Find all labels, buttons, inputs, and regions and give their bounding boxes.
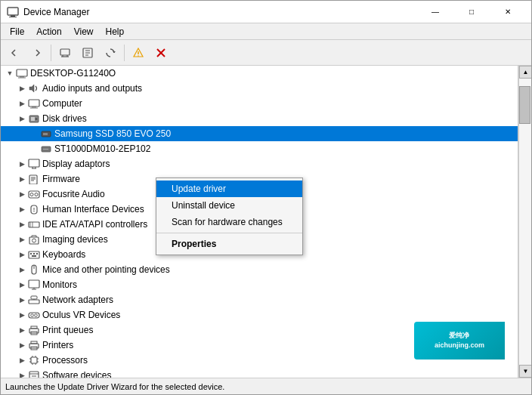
toolbar-forward[interactable]: [26, 42, 48, 63]
scroll-thumb[interactable]: [519, 86, 530, 124]
label-keyboard: Keyboards: [42, 249, 85, 260]
expand-software[interactable]: ▶: [16, 369, 28, 378]
scroll-track[interactable]: [519, 79, 531, 365]
label-processors: Processors: [42, 355, 88, 366]
ctx-item-update[interactable]: Update driver: [156, 181, 302, 197]
svg-rect-57: [29, 300, 39, 304]
toolbar-update[interactable]: [100, 42, 121, 63]
expand-samsung: [28, 128, 40, 140]
expand-oculus[interactable]: ▶: [16, 309, 28, 321]
toolbar-remove[interactable]: [150, 42, 172, 63]
device-manager-window: Device Manager — □ ✕ File Action View He…: [0, 0, 532, 395]
expand-computer[interactable]: ▶: [16, 97, 28, 110]
label-hid: Human Interface Devices: [42, 204, 144, 214]
label-monitors: Monitors: [42, 279, 77, 290]
expand-firmware[interactable]: ▶: [16, 173, 28, 185]
window-controls: — □ ✕: [418, 1, 525, 23]
icon-mice: [28, 264, 40, 276]
tree-item-mice[interactable]: ▶ Mice and other pointing devices: [1, 262, 518, 277]
expand-mice[interactable]: ▶: [16, 264, 28, 276]
icon-processors: [28, 354, 40, 366]
tree-root[interactable]: ▼ DESKTOP-G11240O: [1, 66, 518, 81]
expand-network[interactable]: ▶: [16, 294, 28, 306]
svg-rect-1: [11, 15, 15, 17]
svg-rect-19: [32, 106, 36, 108]
svg-point-61: [31, 314, 34, 317]
svg-point-38: [35, 193, 38, 196]
scrollbar[interactable]: ▲ ▼: [518, 66, 531, 378]
watermark: 爱纯净aichunjing.com: [414, 322, 505, 360]
icon-firmware: [28, 173, 40, 185]
tree-item-monitors[interactable]: ▶ Monitors: [1, 277, 518, 292]
tree-item-audio[interactable]: ▶ Audio inputs and outputs: [1, 81, 518, 96]
icon-audio: [28, 82, 40, 94]
svg-point-37: [30, 193, 33, 196]
svg-rect-51: [32, 255, 36, 257]
svg-rect-48: [30, 253, 32, 255]
toolbar-sep-2: [124, 45, 125, 61]
close-button[interactable]: ✕: [490, 1, 525, 23]
svg-rect-58: [31, 296, 37, 299]
svg-rect-28: [29, 159, 39, 167]
context-menu: Update driverUninstall deviceScan for ha…: [156, 177, 303, 255]
tree-item-disk[interactable]: ▶ Disk drives: [1, 111, 518, 126]
expand-imaging[interactable]: ▶: [16, 233, 28, 245]
ctx-item-uninstall[interactable]: Uninstall device: [156, 197, 302, 214]
label-printers: Printers: [42, 340, 73, 350]
expand-printers[interactable]: ▶: [16, 339, 28, 351]
icon-display: [28, 158, 40, 170]
label-mice: Mice and other pointing devices: [42, 264, 170, 275]
label-ide: IDE ATA/ATAPI controllers: [42, 219, 147, 230]
toolbar-back[interactable]: [4, 42, 25, 63]
expand-processors[interactable]: ▶: [16, 354, 28, 366]
menu-bar: File Action View Help: [1, 23, 531, 40]
ctx-item-scan[interactable]: Scan for hardware changes: [156, 214, 302, 230]
svg-rect-32: [29, 175, 37, 184]
toolbar: [1, 40, 531, 66]
root-expand[interactable]: ▼: [4, 67, 16, 79]
label-audio: Audio inputs and outputs: [42, 83, 142, 94]
tree-item-st1000[interactable]: ST1000DM010-2EP102: [1, 141, 518, 156]
scroll-up-button[interactable]: ▲: [519, 66, 531, 79]
expand-focusrite[interactable]: ▶: [16, 188, 28, 200]
update-icon: [105, 48, 116, 58]
svg-rect-25: [43, 133, 48, 135]
expand-printq[interactable]: ▶: [16, 324, 28, 336]
svg-rect-64: [31, 326, 37, 329]
svg-point-62: [35, 314, 38, 317]
svg-rect-67: [31, 341, 37, 344]
svg-rect-0: [8, 8, 18, 15]
icon-printers: [28, 339, 40, 351]
expand-ide[interactable]: ▶: [16, 218, 28, 230]
tree-item-network[interactable]: ▶ Network adapters: [1, 292, 518, 307]
tree-item-samsung[interactable]: Samsung SSD 850 EVO 250: [1, 126, 518, 141]
tree-pane[interactable]: ▼ DESKTOP-G11240O ▶ Audio inputs and out…: [1, 66, 518, 378]
tree-item-computer[interactable]: ▶ Computer: [1, 96, 518, 111]
expand-keyboard[interactable]: ▶: [16, 248, 28, 261]
expand-audio[interactable]: ▶: [16, 82, 28, 94]
expand-disk[interactable]: ▶: [16, 113, 28, 125]
svg-rect-2: [9, 17, 17, 17]
svg-rect-17: [18, 78, 26, 79]
warning-icon: [133, 48, 144, 58]
tree-item-oculus[interactable]: ▶ Oculus VR Devices: [1, 307, 518, 322]
expand-hid[interactable]: ▶: [16, 203, 28, 215]
expand-display[interactable]: ▶: [16, 158, 28, 170]
toolbar-warning[interactable]: [128, 42, 149, 63]
tree-item-software[interactable]: ▶ Software devices: [1, 368, 518, 378]
toolbar-computer[interactable]: [54, 42, 76, 63]
menu-file[interactable]: File: [4, 25, 30, 39]
expand-monitors[interactable]: ▶: [16, 279, 28, 291]
tree-item-display[interactable]: ▶ Display adaptors: [1, 156, 518, 171]
toolbar-properties[interactable]: [77, 42, 98, 63]
label-software: Software devices: [42, 370, 111, 378]
menu-help[interactable]: Help: [100, 25, 131, 39]
toolbar-sep-1: [51, 45, 51, 61]
icon-samsung: [40, 128, 52, 140]
scroll-down-button[interactable]: ▼: [519, 365, 531, 378]
maximize-button[interactable]: □: [454, 1, 489, 23]
menu-action[interactable]: Action: [30, 25, 67, 39]
ctx-item-properties[interactable]: Properties: [156, 236, 302, 252]
minimize-button[interactable]: —: [418, 1, 453, 23]
menu-view[interactable]: View: [68, 25, 100, 39]
